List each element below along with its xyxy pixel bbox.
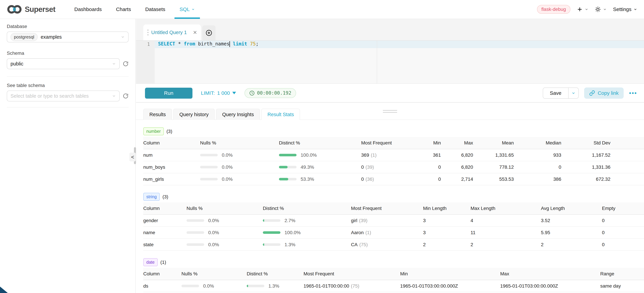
- table-row: num_girls0.0%53.3%0(36)02,714553.5338667…: [143, 173, 644, 185]
- nav-item-sql[interactable]: SQL: [172, 0, 202, 19]
- settings-menu[interactable]: Settings: [613, 6, 637, 12]
- schema-value: public: [10, 61, 24, 67]
- most-frequent-count: (39): [366, 164, 374, 170]
- nav-item-dashboards[interactable]: Dashboards: [67, 0, 109, 19]
- new-query-tab-button[interactable]: [202, 26, 216, 40]
- tab-query-history[interactable]: Query history: [173, 109, 215, 120]
- tab-query-insights[interactable]: Query Insights: [216, 109, 260, 120]
- most-frequent-count: (39): [359, 218, 368, 223]
- sidebar-divider: [7, 76, 128, 77]
- nav-item-label: Dashboards: [74, 6, 102, 12]
- refresh-schemas-button[interactable]: [123, 61, 128, 67]
- close-icon[interactable]: ✕: [193, 30, 197, 36]
- type-count: (3): [166, 129, 172, 134]
- table-select[interactable]: Select table or type to search tables: [7, 90, 120, 102]
- stat-value-cell: 2: [541, 242, 602, 248]
- distinct-percent: 1.3%: [284, 242, 296, 248]
- line-number: 1: [147, 42, 150, 47]
- column-header: Std Dev: [561, 140, 610, 146]
- refresh-tables-button[interactable]: [123, 93, 128, 99]
- save-options-caret[interactable]: [568, 88, 578, 98]
- database-select[interactable]: postgresql examples: [7, 32, 128, 42]
- table-header-row: ColumnNulls %Distinct %Most FrequentMin …: [143, 202, 644, 215]
- navbar: Superset DashboardsChartsDatasetsSQL fla…: [0, 0, 644, 19]
- distinct-cell: 53.3%: [279, 176, 361, 182]
- chevron-down-icon: [572, 91, 576, 95]
- nulls-bar: [186, 231, 204, 234]
- limit-label: LIMIT:: [201, 90, 215, 96]
- theme-menu[interactable]: [595, 6, 607, 12]
- chevron-down-icon: [603, 8, 607, 11]
- most-frequent-value: girl: [351, 218, 357, 223]
- sql-editor[interactable]: 1 SELECT * from birth_names limit 75;: [136, 40, 644, 84]
- copy-link-button[interactable]: Copy link: [584, 88, 624, 99]
- distinct-cell: 2.7%: [263, 218, 351, 223]
- column-header: Distinct %: [263, 206, 351, 211]
- column-header: Range: [600, 271, 643, 276]
- nulls-percent: 0.0%: [222, 164, 233, 170]
- more-actions-button[interactable]: •••: [629, 90, 637, 96]
- column-header: Min Length: [423, 206, 470, 211]
- limit-dropdown[interactable]: LIMIT: 1 000: [201, 90, 236, 96]
- stat-value-cell: same day: [600, 283, 643, 289]
- tab-results[interactable]: Results: [143, 109, 172, 120]
- plus-icon: [577, 6, 582, 12]
- table-row: name0.0%100.0%Aaron(1)3115.950: [143, 227, 644, 239]
- distinct-percent: 1.3%: [268, 283, 279, 289]
- nulls-percent: 0.0%: [203, 283, 214, 289]
- schema-select[interactable]: public: [7, 58, 120, 69]
- column-header: Distinct %: [279, 140, 361, 146]
- column-name-cell: state: [143, 242, 186, 248]
- resize-handle[interactable]: [383, 110, 397, 113]
- bar-fill: [279, 154, 296, 156]
- collapse-panel-button[interactable]: <: [130, 152, 136, 162]
- stat-value-cell: 1,331.65: [473, 152, 514, 158]
- editor-code-area[interactable]: SELECT * from birth_names limit 75;: [155, 41, 644, 84]
- stat-value-cell: 778.12: [473, 164, 514, 170]
- elapsed-timer: 00:00:00.192: [244, 88, 296, 98]
- chevron-down-icon: [112, 62, 116, 66]
- distinct-bar: [263, 219, 280, 222]
- clock-icon: [249, 90, 255, 96]
- column-header: Most Frequent: [351, 206, 423, 211]
- stat-value-cell: 1965-01-01T03:00:00.000Z: [500, 283, 600, 289]
- distinct-cell: 100.0%: [279, 152, 361, 158]
- nulls-percent: 0.0%: [208, 218, 219, 223]
- most-frequent-count: (36): [366, 176, 374, 182]
- drag-handle-icon[interactable]: [147, 30, 148, 36]
- sql-token: birth_names: [195, 41, 230, 47]
- type-badge-string: string: [143, 193, 160, 201]
- tab-result-stats[interactable]: Result Stats: [261, 109, 300, 120]
- query-tab[interactable]: Untitled Query 1 ✕: [143, 24, 201, 40]
- most-frequent-value: CA: [351, 242, 358, 247]
- stat-value-cell: 3: [423, 218, 470, 223]
- stat-value-cell: 6,820: [441, 164, 473, 170]
- editor-toolbar: Run LIMIT: 1 000 00:00:00.192 Save: [136, 84, 644, 102]
- stat-value-cell: 553.53: [473, 176, 514, 182]
- environment-badge: flask-debug: [537, 5, 570, 14]
- column-header: Avg Length: [541, 206, 602, 211]
- table-row: state0.0%1.3%CA(75)2220: [143, 239, 644, 251]
- column-name-cell: name: [143, 230, 186, 235]
- save-button[interactable]: Save: [543, 88, 568, 98]
- bar-fill: [279, 178, 288, 180]
- most-frequent-count: (1): [371, 152, 376, 158]
- type-badge-number: number: [143, 127, 164, 135]
- superset-logo[interactable]: Superset: [7, 4, 55, 14]
- new-item-menu[interactable]: [577, 6, 588, 12]
- table-row: ds0.0%1.3%1965-01-01T00:00:00(75)1965-01…: [143, 280, 644, 292]
- column-name-cell: num: [143, 152, 200, 158]
- result-stats-content: number(3)ColumnNulls %Distinct %Most Fre…: [136, 127, 644, 292]
- copy-link-label: Copy link: [598, 90, 618, 96]
- schema-label: Schema: [7, 50, 128, 56]
- most-frequent-cell: Aaron(1): [351, 230, 423, 235]
- sql-token: [230, 41, 233, 47]
- run-button[interactable]: Run: [145, 88, 192, 98]
- nav-item-datasets[interactable]: Datasets: [138, 0, 172, 19]
- most-frequent-cell: 369(1): [361, 152, 414, 158]
- column-name-cell: num_girls: [143, 176, 200, 182]
- column-header: Empty: [602, 206, 643, 211]
- stat-value-cell: 3.52: [541, 218, 602, 223]
- nav-item-charts[interactable]: Charts: [109, 0, 138, 19]
- sqllab-left-panel: Database postgresql examples Schema publ…: [0, 19, 136, 293]
